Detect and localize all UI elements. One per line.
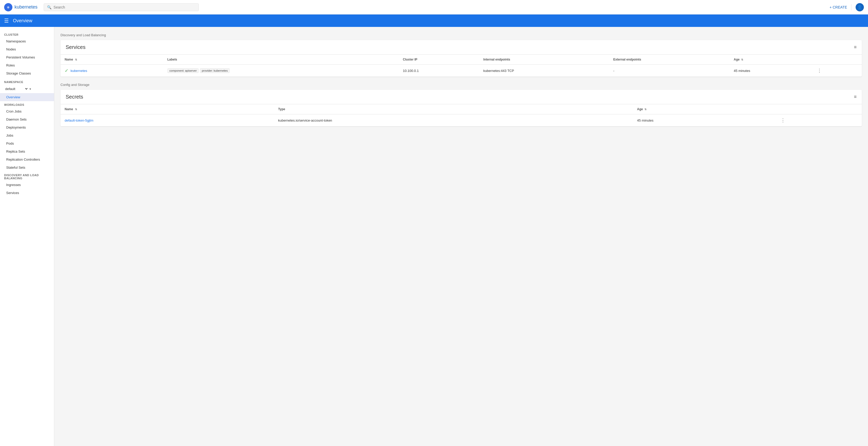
- secret-menu[interactable]: ⋮: [775, 114, 862, 126]
- sidebar-item-replica-sets[interactable]: Replica Sets: [0, 147, 54, 155]
- workloads-section-label: Workloads: [0, 101, 54, 107]
- secrets-col-actions: [775, 104, 862, 114]
- sidebar-item-storage-classes[interactable]: Storage Classes: [0, 69, 54, 77]
- logo-text: kubernetes: [14, 4, 37, 10]
- layout: Cluster Namespaces Nodes Persistent Volu…: [0, 27, 868, 446]
- service-external-endpoints: -: [609, 65, 730, 77]
- subheader: ☰ Overview: [0, 14, 868, 27]
- secrets-col-age[interactable]: Age ⇅: [633, 104, 775, 114]
- secrets-age-sort-icon: ⇅: [644, 108, 647, 111]
- label-chip-2: provider: kubernetes: [200, 68, 229, 73]
- logo-icon: ⎈: [4, 3, 12, 11]
- status-ok-icon: ✓: [65, 68, 68, 73]
- secret-name-link[interactable]: default-token-5gjtm: [65, 118, 93, 122]
- services-col-actions: [812, 55, 862, 65]
- sidebar-item-services[interactable]: Services: [0, 189, 54, 197]
- sidebar-item-cron-jobs[interactable]: Cron Jobs: [0, 107, 54, 115]
- secrets-col-name[interactable]: Name ⇅: [61, 104, 274, 114]
- sidebar-item-deployments[interactable]: Deployments: [0, 123, 54, 131]
- search-bar: 🔍: [44, 3, 199, 11]
- page-title: Overview: [13, 18, 32, 24]
- service-menu[interactable]: ⋮: [812, 65, 862, 77]
- name-sort-icon: ⇅: [75, 58, 77, 61]
- namespace-dropdown[interactable]: default kube-system kube-public: [4, 87, 28, 91]
- sidebar-item-jobs[interactable]: Jobs: [0, 131, 54, 140]
- sidebar-item-persistent-volumes[interactable]: Persistent Volumes: [0, 53, 54, 61]
- services-col-labels: Labels: [163, 55, 399, 65]
- topbar-divider: [851, 4, 851, 10]
- table-row: default-token-5gjtm kubernetes.io/servic…: [61, 114, 862, 126]
- secret-age: 45 minutes: [633, 114, 775, 126]
- discovery-section-label: Discovery and Load Balancing: [0, 172, 54, 181]
- create-button[interactable]: + CREATE: [830, 5, 847, 9]
- service-age: 45 minutes: [730, 65, 812, 77]
- sidebar-item-nodes[interactable]: Nodes: [0, 45, 54, 53]
- search-input[interactable]: [54, 5, 195, 9]
- sidebar-item-daemon-sets[interactable]: Daemon Sets: [0, 115, 54, 123]
- discovery-section-title: Discovery and Load Balancing: [61, 33, 862, 37]
- user-avatar[interactable]: 👤: [856, 3, 864, 11]
- secrets-card-header: Secrets ≡: [61, 90, 862, 104]
- label-chip-1: component: apiserver: [167, 68, 198, 73]
- search-icon: 🔍: [47, 5, 52, 9]
- topbar: ⎈ kubernetes 🔍 + CREATE 👤: [0, 0, 868, 14]
- secrets-filter-icon[interactable]: ≡: [854, 94, 857, 99]
- config-section-title: Config and Storage: [61, 83, 862, 87]
- namespace-selector[interactable]: default kube-system kube-public ▾: [0, 85, 54, 93]
- hamburger-icon[interactable]: ☰: [4, 18, 9, 24]
- secret-menu-icon[interactable]: ⋮: [780, 117, 786, 124]
- sidebar-item-roles[interactable]: Roles: [0, 61, 54, 69]
- secrets-card-title: Secrets: [66, 94, 83, 100]
- chevron-down-icon: ▾: [29, 87, 31, 91]
- service-labels: component: apiserver provider: kubernete…: [163, 65, 399, 77]
- services-card-title: Services: [66, 44, 86, 50]
- age-sort-icon: ⇅: [741, 58, 743, 61]
- service-menu-icon[interactable]: ⋮: [816, 67, 823, 74]
- secrets-table: Name ⇅ Type Age ⇅: [61, 104, 862, 126]
- table-row: ✓ kubernetes component: apiserver provid…: [61, 65, 862, 77]
- sidebar-item-stateful-sets[interactable]: Stateful Sets: [0, 163, 54, 172]
- services-card: Services ≡ Name ⇅ Labels Cluster IP: [61, 40, 862, 77]
- services-col-external: External endpoints: [609, 55, 730, 65]
- sidebar-item-ingresses[interactable]: Ingresses: [0, 181, 54, 189]
- sidebar-item-pods[interactable]: Pods: [0, 140, 54, 147]
- logo-link[interactable]: ⎈ kubernetes: [4, 3, 37, 11]
- sidebar-item-overview[interactable]: Overview: [0, 93, 54, 101]
- secrets-card: Secrets ≡ Name ⇅ Type: [61, 90, 862, 126]
- namespace-section-label: Namespace: [0, 77, 54, 85]
- sidebar-item-replication-controllers[interactable]: Replication Controllers: [0, 155, 54, 163]
- secrets-name-sort-icon: ⇅: [75, 108, 77, 111]
- services-col-age[interactable]: Age ⇅: [730, 55, 812, 65]
- services-table: Name ⇅ Labels Cluster IP Internal endpoi…: [61, 55, 862, 77]
- secrets-col-type: Type: [274, 104, 633, 114]
- services-col-name[interactable]: Name ⇅: [61, 55, 163, 65]
- sidebar-item-namespaces[interactable]: Namespaces: [0, 37, 54, 45]
- topbar-right: + CREATE 👤: [830, 3, 864, 11]
- service-cluster-ip: 10.100.0.1: [399, 65, 479, 77]
- cluster-section-label: Cluster: [0, 31, 54, 37]
- service-status-name: ✓ kubernetes: [61, 65, 163, 77]
- secret-name: default-token-5gjtm: [61, 114, 274, 126]
- services-col-internal: Internal endpoints: [479, 55, 609, 65]
- service-internal-endpoints: kubernetes:443 TCP: [479, 65, 609, 77]
- services-card-header: Services ≡: [61, 40, 862, 55]
- service-name-link[interactable]: kubernetes: [70, 69, 87, 73]
- secret-type: kubernetes.io/service-account-token: [274, 114, 633, 126]
- services-filter-icon[interactable]: ≡: [854, 44, 857, 50]
- sidebar: Cluster Namespaces Nodes Persistent Volu…: [0, 27, 54, 446]
- main-content: Discovery and Load Balancing Services ≡ …: [54, 27, 868, 446]
- services-col-cluster-ip: Cluster IP: [399, 55, 479, 65]
